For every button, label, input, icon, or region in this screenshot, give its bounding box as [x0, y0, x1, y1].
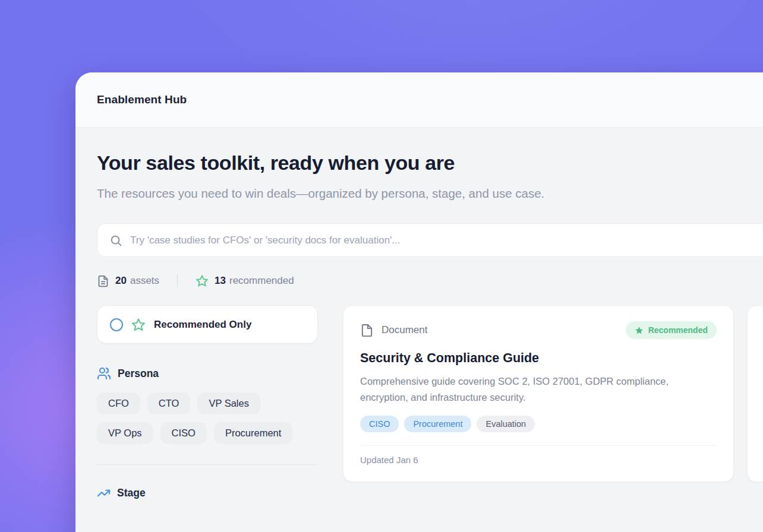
- card-type-label: Document: [382, 324, 427, 336]
- stage-label: Stage: [117, 487, 146, 499]
- assets-label: assets: [130, 275, 159, 287]
- file-icon: [360, 324, 374, 337]
- recommended-only-toggle[interactable]: Recommended Only: [97, 305, 318, 344]
- search-input[interactable]: [130, 235, 763, 246]
- persona-chip-vp-sales[interactable]: VP Sales: [197, 392, 260, 414]
- app-window: Enablement Hub Your sales toolkit, ready…: [75, 72, 763, 532]
- filters-sidebar: Recommended Only: [97, 305, 318, 500]
- stats-divider: [177, 274, 178, 287]
- tag-procurement[interactable]: Procurement: [404, 416, 471, 432]
- card-description: Comprehensive guide covering SOC 2, ISO …: [360, 373, 696, 406]
- asset-card-security-compliance-guide[interactable]: Document Recommended: [343, 305, 734, 482]
- stats-row: 20 assets 13 recommended: [97, 274, 763, 287]
- persona-chip-cto[interactable]: CTO: [147, 392, 191, 414]
- tag-evaluation[interactable]: Evaluation: [477, 416, 535, 432]
- page-title: Your sales toolkit, ready when you are: [97, 151, 763, 175]
- card-header: Document Recommended: [360, 321, 717, 339]
- trending-up-icon: [97, 486, 111, 500]
- persona-chips: CFO CTO VP Sales VP Ops CISO Procurement: [97, 392, 318, 444]
- assets-stat: 20 assets: [97, 275, 159, 287]
- star-filled-icon: [635, 326, 644, 335]
- page-subtitle: The resources you need to win deals—orga…: [97, 183, 554, 204]
- document-count-icon: [97, 275, 109, 287]
- app-header: Enablement Hub: [75, 72, 763, 128]
- persona-chip-procurement[interactable]: Procurement: [214, 422, 292, 444]
- stage-header: Stage: [97, 486, 318, 500]
- card-title: Security & Compliance Guide: [360, 351, 717, 366]
- star-outline-icon: [131, 318, 146, 332]
- radio-circle-icon[interactable]: [110, 318, 123, 331]
- tag-ciso[interactable]: CISO: [360, 416, 399, 432]
- persona-chip-cfo[interactable]: CFO: [97, 392, 140, 414]
- card-updated: Updated Jan 6: [360, 445, 717, 465]
- assets-count: 20: [115, 275, 127, 287]
- recommended-badge-label: Recommended: [648, 325, 708, 335]
- recommended-badge: Recommended: [626, 321, 717, 339]
- recommended-stat: 13 recommended: [196, 274, 294, 287]
- persona-chip-ciso[interactable]: CISO: [160, 422, 207, 444]
- recommended-count: 13: [215, 275, 226, 287]
- search-icon: [109, 234, 122, 247]
- card-type: Document: [360, 324, 427, 337]
- recommended-only-label: Recommended Only: [154, 319, 251, 331]
- persona-header: Persona: [97, 366, 318, 381]
- main-content: Your sales toolkit, ready when you are T…: [75, 128, 763, 500]
- app-title: Enablement Hub: [97, 93, 187, 106]
- recommended-label: recommended: [229, 275, 294, 287]
- asset-card-partial[interactable]: [747, 305, 763, 482]
- content-row: Recommended Only: [97, 305, 763, 500]
- persona-label: Persona: [118, 368, 159, 380]
- search-bar[interactable]: [97, 223, 763, 257]
- card-tags: CISO Procurement Evaluation: [360, 416, 717, 432]
- asset-cards: Document Recommended: [343, 305, 763, 482]
- persona-filter-section: Persona CFO CTO VP Sales VP Ops CISO Pro…: [97, 366, 318, 444]
- persona-chip-vp-ops[interactable]: VP Ops: [97, 422, 153, 444]
- desktop-background: Enablement Hub Your sales toolkit, ready…: [0, 0, 763, 532]
- users-icon: [97, 366, 111, 381]
- stage-filter-section: Stage: [97, 486, 318, 500]
- sidebar-divider: [97, 464, 318, 465]
- star-outline-icon: [196, 274, 209, 287]
